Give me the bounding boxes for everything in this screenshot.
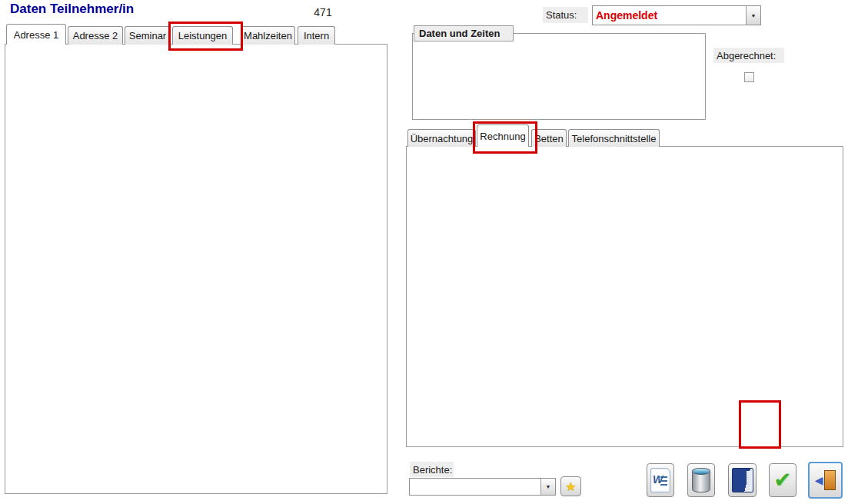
tab-seminar[interactable]: Seminar: [125, 26, 171, 45]
word-export-button[interactable]: W: [647, 463, 674, 497]
tab-intern[interactable]: Intern: [298, 26, 335, 45]
tab-leistungen[interactable]: Leistungen: [172, 26, 233, 45]
book-icon: [732, 468, 753, 492]
tab-label: Telefonschnittstelle: [572, 133, 657, 144]
dates-groupbox-title: Daten und Zeiten: [414, 25, 514, 41]
berichte-label: Berichte:: [410, 462, 454, 477]
page-title: Daten Teilnehmer/in: [10, 2, 134, 17]
favorite-star-icon: ★: [565, 479, 576, 494]
database-icon: [692, 468, 710, 492]
tab-label: Betten: [534, 133, 564, 144]
tab-label: Adresse 2: [73, 30, 118, 41]
tab-label: Mahlzeiten: [244, 30, 292, 41]
tab-label: Seminar: [129, 30, 166, 41]
status-label: Status:: [543, 7, 588, 23]
tab-label: Adresse 1: [14, 29, 59, 41]
record-number: 471: [306, 6, 340, 18]
exit-door-icon: ◄: [814, 469, 837, 492]
status-value: Angemeldet: [593, 9, 746, 22]
status-select[interactable]: Angemeldet ▼: [592, 5, 761, 25]
dropdown-arrow-icon[interactable]: ▼: [746, 6, 760, 25]
dates-groupbox: [412, 33, 706, 120]
tab-telefonschnittstelle[interactable]: Telefonschnittstelle: [568, 129, 660, 147]
tab-adresse-1[interactable]: Adresse 1: [6, 24, 66, 45]
abgerechnet-label: Abgerechnet:: [713, 48, 784, 63]
confirm-button[interactable]: ✔: [769, 463, 796, 497]
word-icon: W: [650, 468, 670, 492]
abgerechnet-checkbox[interactable]: [744, 72, 754, 82]
check-icon: ✔: [773, 469, 791, 491]
tab-betten[interactable]: Betten: [531, 129, 567, 147]
database-button[interactable]: [687, 463, 715, 497]
berichte-select[interactable]: ▼: [409, 478, 556, 496]
tab-label: Rechnung: [480, 131, 525, 142]
tab-label: Intern: [304, 30, 329, 41]
dropdown-arrow-icon[interactable]: ▼: [540, 479, 555, 495]
tab-mahlzeiten[interactable]: Mahlzeiten: [241, 26, 295, 45]
tab-label: Übernachtung: [411, 133, 474, 144]
participant-window: Daten Teilnehmer/in 471 Adresse 1 Adress…: [0, 0, 848, 504]
tab-adresse-2[interactable]: Adresse 2: [68, 26, 123, 45]
berichte-favorite-button[interactable]: ★: [560, 476, 581, 496]
address-panel: [5, 44, 387, 494]
tab-rechnung[interactable]: Rechnung: [477, 124, 529, 147]
exit-button[interactable]: ◄: [808, 462, 843, 499]
rechnung-panel: [406, 146, 843, 447]
tab-uebernachtung[interactable]: Übernachtung: [407, 129, 476, 147]
tab-label: Leistungen: [178, 30, 228, 41]
journal-button[interactable]: [728, 463, 757, 497]
